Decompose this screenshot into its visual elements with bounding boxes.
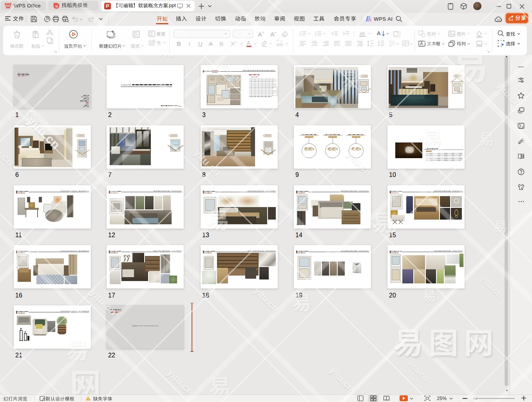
svg-text:P: P bbox=[106, 4, 109, 9]
svg-text:w: w bbox=[276, 41, 280, 47]
svg-text:A: A bbox=[420, 41, 423, 46]
svg-text:3: 3 bbox=[315, 34, 316, 37]
svg-text:n: n bbox=[280, 41, 283, 47]
